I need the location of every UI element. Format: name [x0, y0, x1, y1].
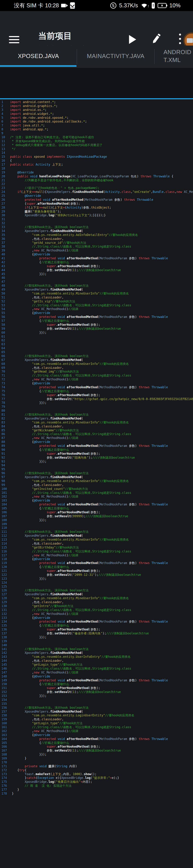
- code-line[interactable]: 42 {//拦截之后要做什么: [0, 260, 193, 264]
- code-line[interactable]: 48 //查找和hook方法, 演示hook boolean方法: [0, 284, 193, 288]
- code-line[interactable]: 53 //,String.class//函数名，可以注释掉,String就是St…: [0, 304, 193, 307]
- code-line[interactable]: 83 "com.ys.resemble.entity.MineUserInfo"…: [0, 421, 193, 425]
- code-line[interactable]: 88 {@Override: [0, 440, 193, 444]
- code-line[interactable]: 103 {@Override: [0, 499, 193, 503]
- tab-xposed-java[interactable]: XPOSED.JAVA: [0, 45, 77, 66]
- code-line[interactable]: 178 }: [0, 792, 193, 796]
- code-line[interactable]: 8import android.app.*;: [0, 127, 193, 131]
- code-line[interactable]: 115 "getBirthday"//要hook的方法: [0, 546, 193, 550]
- code-line[interactable]: 77 参数.setResult("https://gchat.qpic.cn/g…: [0, 397, 193, 401]
- code-line[interactable]: 157 XposedHelpers.findAndHookMethod(: [0, 710, 193, 714]
- code-line[interactable]: 94: [0, 463, 193, 467]
- code-line[interactable]: 14: [0, 151, 193, 155]
- code-line[interactable]: 154: [0, 698, 193, 702]
- code-line[interactable]: 105 {//拦截之后要做什么: [0, 506, 193, 510]
- code-line[interactable]: 170: [0, 761, 193, 765]
- code-line[interactable]: 57 {//拦截之后要做什么: [0, 319, 193, 323]
- code-line[interactable]: 161 //,String.class//函数名，可以注释掉,String就是S…: [0, 725, 193, 729]
- code-line[interactable]: 119 protected void afterHookedMethod(Met…: [0, 561, 193, 565]
- code-line[interactable]: 90 {//拦截之后要做什么: [0, 448, 193, 452]
- code-line[interactable]: 85 "getNickname"//要hook的方法: [0, 429, 193, 432]
- code-line[interactable]: 50 "com.ys.resemble.entity.MineUserInfo"…: [0, 292, 193, 296]
- code-line[interactable]: 104 protected void afterHookedMethod(Met…: [0, 503, 193, 506]
- code-line[interactable]: 155: [0, 702, 193, 706]
- code-line[interactable]: 75 {//拦截之后要做什么: [0, 389, 193, 393]
- code-line[interactable]: 33 //查找和hook方法, 演示hook boolean方法: [0, 225, 193, 229]
- code-line[interactable]: 174 }catch(Exception e){XposedBridge.log…: [0, 776, 193, 780]
- code-line[interactable]: 122 参数.setResult("2099-12-31");////强制返回b…: [0, 573, 193, 577]
- code-line[interactable]: 133 {@Override: [0, 616, 193, 620]
- code-line[interactable]: 30 XposedBridge.log("得到Activity上下文");}}}…: [0, 213, 193, 217]
- code-line[interactable]: 39 ,new XC_MethodHook()//回调: [0, 249, 193, 252]
- code-line[interactable]: 10/* 注意: 该类不要自己写构造方法, 否者可能会hook不成功: [0, 135, 193, 139]
- code-line[interactable]: 18: [0, 167, 193, 170]
- code-line[interactable]: 149 protected void afterHookedMethod(Met…: [0, 679, 193, 682]
- code-line[interactable]: 116 //,String.class//函数名，可以注释掉,String就是S…: [0, 550, 193, 554]
- code-line[interactable]: 63: [0, 342, 193, 346]
- code-line[interactable]: 29 提示("更换头像有惊喜");: [0, 210, 193, 214]
- code-line[interactable]: 120 {//拦截之后要做什么: [0, 565, 193, 569]
- code-line[interactable]: 148 {@Override: [0, 675, 193, 679]
- code-line[interactable]: 35 "com.ys.resemble.entity.AdInfoDetailE…: [0, 233, 193, 237]
- code-line[interactable]: 74 protected void afterHookedMethod(Meth…: [0, 385, 193, 389]
- code-line[interactable]: 131 //,String.class//函数名，可以注释掉,String就是S…: [0, 608, 193, 612]
- code-line[interactable]: 72 ,new XC_MethodHook()//回调: [0, 378, 193, 381]
- code-line[interactable]: 97 XposedHelpers.findAndHookMethod(: [0, 475, 193, 479]
- code-line[interactable]: 177 }: [0, 788, 193, 792]
- code-line[interactable]: 137 参数.setResult("修改作者:陌璃与鱼");////强制返回bo…: [0, 631, 193, 636]
- tab-mainactivity-java[interactable]: MAINACTIVITY.JAVA: [77, 45, 155, 66]
- code-line[interactable]: 144 ,包名.classLoader,: [0, 659, 193, 663]
- code-line[interactable]: 126 //查找和hook方法, 演示hook boolean方法: [0, 588, 193, 592]
- code-line[interactable]: 138 }});: [0, 636, 193, 640]
- code-line[interactable]: 117 ,new XC_MethodHook()//回调: [0, 554, 193, 557]
- code-line[interactable]: 101 //,String.class//函数名，可以注释掉,String就是S…: [0, 491, 193, 495]
- code-line[interactable]: 107 参数.setResult(99999);////强制返回boolean为…: [0, 515, 193, 518]
- code-line[interactable]: 37 "getAd_source_id"//要hook的方法: [0, 241, 193, 245]
- code-line[interactable]: 78 }});: [0, 401, 193, 405]
- code-line[interactable]: 24 if(上下文==null){XposedHelpers.findAndHo…: [0, 190, 193, 194]
- code-line[interactable]: 27 {super.afterHookedMethod(参数);: [0, 202, 193, 206]
- code-line[interactable]: 98 "com.ys.resemble.entity.MineUserInfo"…: [0, 479, 193, 483]
- code-line[interactable]: 172 {try{: [0, 768, 193, 772]
- code-line[interactable]: 91 super.afterHookedMethod(参数);: [0, 452, 193, 456]
- code-line[interactable]: 16{: [0, 159, 193, 163]
- code-line[interactable]: 62: [0, 338, 193, 342]
- code-line[interactable]: 110: [0, 526, 193, 530]
- code-line[interactable]: 81 //查找和hook方法, 演示hook boolean方法: [0, 413, 193, 417]
- code-line[interactable]: 141 //查找和hook方法, 演示hook boolean方法: [0, 647, 193, 651]
- code-line[interactable]: 54 ,new XC_MethodHook()//回调: [0, 307, 193, 311]
- code-line[interactable]: 99 ,包名.classLoader,: [0, 483, 193, 487]
- code-line[interactable]: 176 // 雨 道 汉 化: 实现这个方法: [0, 784, 193, 788]
- code-line[interactable]: 64: [0, 346, 193, 350]
- code-line[interactable]: 5import de.robv.android.xposed.*;: [0, 116, 193, 120]
- code-line[interactable]: 32: [0, 221, 193, 225]
- code-line[interactable]: 146 //,String.class//函数名，可以注释掉,String就是S…: [0, 667, 193, 671]
- code-line[interactable]: 26 protected void afterHookedMethod(Meth…: [0, 198, 193, 202]
- code-line[interactable]: 156 //查找和hook方法, 演示hook boolean方法: [0, 706, 193, 710]
- code-line[interactable]: 49 XposedHelpers.findAndHookMethod(: [0, 288, 193, 292]
- overflow-menu-icon[interactable]: [179, 34, 181, 46]
- code-line[interactable]: 163 {@Override: [0, 733, 193, 737]
- code-line[interactable]: 44 参数.setResult(1);////强制返回boolean为true: [0, 268, 193, 272]
- code-line[interactable]: 113 "com.ys.resemble.entity.MineUserInfo…: [0, 538, 193, 542]
- code-line[interactable]: 67 XposedHelpers.findAndHookMethod(: [0, 358, 193, 362]
- code-line[interactable]: 47: [0, 280, 193, 284]
- tab-androidmanifest-xml[interactable]: ANDROID T.XML: [155, 45, 193, 66]
- code-line[interactable]: 100 "getInvited_count"//要hook的方法: [0, 487, 193, 491]
- code-line[interactable]: 128 "com.ys.resemble.entity.MineUserInfo…: [0, 596, 193, 600]
- code-line[interactable]: 79: [0, 405, 193, 409]
- code-line[interactable]: 114 ,包名.classLoader,: [0, 542, 193, 546]
- code-line[interactable]: 1import android.content.*;: [0, 100, 193, 104]
- code-line[interactable]: 135 {//拦截之后要做什么: [0, 624, 193, 628]
- code-line[interactable]: 93 }});: [0, 460, 193, 464]
- code-line[interactable]: 34 XposedHelpers.findAndHookMethod(: [0, 229, 193, 233]
- code-line[interactable]: 86 //,String.class//函数名，可以注释掉,String就是St…: [0, 432, 193, 436]
- menu-icon[interactable]: [9, 36, 19, 43]
- code-line[interactable]: 129 ,包名.classLoader,: [0, 600, 193, 604]
- code-line[interactable]: 25 @Override: [0, 194, 193, 198]
- edit-icon[interactable]: [150, 33, 162, 45]
- run-button[interactable]: [129, 35, 136, 44]
- code-line[interactable]: 143 "com.ys.resemble.entity.UserInfoEntr…: [0, 655, 193, 659]
- code-line[interactable]: 150 {//拦截之后要做什么: [0, 682, 193, 686]
- code-line[interactable]: 124: [0, 581, 193, 585]
